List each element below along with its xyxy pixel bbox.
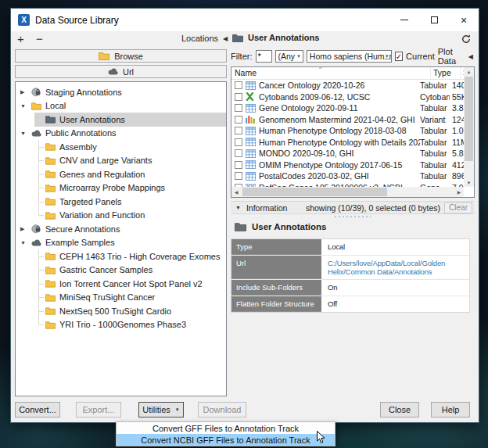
table-row[interactable]: Gene Ontology 2020-09-11Tabular3.8: [231, 102, 464, 114]
column-header-name[interactable]: Name: [231, 67, 430, 79]
column-header-type[interactable]: Type: [430, 67, 460, 79]
table-row[interactable]: Genomenom Mastermind 2021-04-02, GHIVari…: [231, 114, 464, 126]
tree-item-user-annotations[interactable]: User Annotations: [16, 113, 226, 127]
tree-item-label: Secure Annotations: [45, 224, 120, 234]
clear-button[interactable]: Clear: [444, 202, 472, 213]
tree-item-gastric-cancer-samples[interactable]: Gastric Cancer Samples: [16, 263, 226, 278]
tree-item-cnv-and-large-variants[interactable]: CNV and Large Variants: [16, 154, 226, 168]
chevron-down-icon: ▼: [385, 54, 389, 59]
row-name: Cancer Ontology 2020-10-26: [257, 81, 420, 90]
scroll-up-icon[interactable]: ▲: [464, 67, 474, 76]
add-location-button[interactable]: +: [17, 32, 24, 45]
vertical-scrollbar[interactable]: ▲ ▼: [464, 67, 474, 187]
table-row[interactable]: Human Phenotype Ontology with Details 20…: [231, 137, 464, 149]
tree-item-local[interactable]: ▼Local: [16, 99, 226, 113]
folder-icon: [45, 184, 56, 192]
row-checkbox[interactable]: [235, 138, 242, 146]
tree-item-microarray-probe-mappings[interactable]: Microarray Probe Mappings: [16, 181, 226, 195]
table-row[interactable]: OMIM Phenotype Ontology 2017-06-15Tabula…: [231, 159, 464, 171]
utilities-button[interactable]: Utilities ▼: [138, 402, 184, 418]
close-label: Close: [389, 405, 411, 414]
browse-label: Browse: [114, 52, 143, 61]
tree-item-miniseq-trusight-cancer[interactable]: MiniSeq TruSight Cancer: [16, 291, 226, 305]
table-row[interactable]: Cancer Ontology 2020-10-26Tabular140: [231, 80, 464, 91]
row-checkbox[interactable]: [235, 93, 242, 101]
folder-icon: [45, 252, 56, 260]
url-button[interactable]: Url: [15, 65, 227, 78]
genome-select[interactable]: Homo sapiens (Human), GRCh3 ▼: [307, 50, 392, 63]
expanded-arrow-icon[interactable]: ▼: [20, 103, 28, 109]
row-size: 5.8: [450, 149, 464, 158]
help-button[interactable]: Help: [431, 402, 470, 418]
row-type: Tabular: [420, 103, 450, 113]
table-row[interactable]: Cytobands 2009-06-12, UCSCCytoband55K: [231, 91, 464, 103]
folder-icon: [45, 197, 56, 206]
row-checkbox[interactable]: [235, 104, 242, 112]
filter-pattern-input[interactable]: [256, 50, 272, 63]
table-icon: [246, 81, 257, 90]
information-bar[interactable]: ▼ Information showing (10/39), 0 selecte…: [231, 201, 475, 214]
scroll-right-icon[interactable]: ▶: [454, 189, 464, 195]
row-checkbox[interactable]: [235, 161, 242, 169]
expanded-arrow-icon[interactable]: ▼: [20, 131, 28, 136]
browse-button[interactable]: Browse: [15, 49, 227, 63]
cloud-icon: [31, 239, 41, 246]
collapse-left-icon: ◀: [223, 35, 228, 42]
tree-item-ceph-1463-trio-high-coverage-exomes[interactable]: CEPH 1463 Trio - High Coverage Exomes: [16, 249, 226, 263]
row-size: 3.8: [450, 103, 464, 113]
vertical-scrollbar-thumb[interactable]: [465, 77, 473, 161]
row-checkbox[interactable]: [235, 172, 242, 180]
scroll-left-icon[interactable]: ◀: [231, 189, 241, 195]
globe-lock-icon: [31, 224, 41, 234]
tree-item-nextseq-500-trusight-cardio[interactable]: NextSeq 500 TruSight Cardio: [16, 304, 226, 318]
horizontal-scrollbar[interactable]: ◀ ▶: [231, 187, 464, 197]
tree-item-targeted-panels[interactable]: Targeted Panels: [16, 195, 226, 209]
row-checkbox[interactable]: [235, 127, 242, 134]
title-bar[interactable]: X Data Source Library ×: [11, 9, 479, 31]
close-dialog-button[interactable]: Close: [380, 402, 419, 418]
close-button[interactable]: ×: [449, 9, 479, 31]
tree-item-secure-annotations[interactable]: ▶Secure Annotations: [16, 222, 226, 236]
table-row[interactable]: PostalCodes 2020-03-02, GHITabular896: [231, 170, 464, 182]
splitter-handle[interactable]: [335, 215, 371, 217]
tree-item-assembly[interactable]: Assembly: [16, 140, 226, 154]
locations-collapse[interactable]: Locations ◀: [181, 34, 228, 43]
collapsed-arrow-icon[interactable]: ▶: [20, 226, 28, 232]
row-checkbox[interactable]: [235, 81, 242, 89]
table-row[interactable]: Human Phenotype Ontology 2018-03-08Tabul…: [231, 125, 464, 137]
data-source-library-window: X Data Source Library × + − Locations ◀ …: [10, 8, 479, 423]
tree-item-example-samples[interactable]: ▼Example Samples: [16, 236, 226, 250]
locations-panel: Browse Url ▶Staging Annotations▼LocalUse…: [15, 49, 227, 396]
tree-item-label: MiniSeq TruSight Cancer: [59, 292, 155, 302]
row-checkbox[interactable]: [235, 116, 242, 124]
tree-item-ion-torrent-cancer-hot-spot-panel-v2[interactable]: Ion Torrent Cancer Hot Spot Panel v2: [16, 277, 226, 291]
current-checkbox[interactable]: ✓: [395, 52, 403, 61]
horizontal-scrollbar-thumb[interactable]: [242, 188, 387, 196]
menu-item-convert-gff-files-to-annotation-track[interactable]: Convert GFF Files to Annotation Track: [117, 422, 335, 434]
scroll-down-icon[interactable]: ▼: [464, 178, 474, 187]
plot-data-collapse[interactable]: Plot Data ◀: [438, 47, 475, 66]
remove-location-button[interactable]: −: [36, 32, 43, 45]
folder-icon: [45, 279, 56, 288]
table-icon: [246, 127, 257, 135]
type-filter-select[interactable]: (Any ▼: [275, 50, 303, 63]
tree-item-yri-trio-1000genomes-phase3[interactable]: YRI Trio - 1000Genomes Phase3: [16, 318, 226, 332]
folder-dark-icon: [45, 115, 56, 124]
expanded-arrow-icon[interactable]: ▼: [20, 240, 28, 246]
property-value-link[interactable]: C:/Users/love/AppData/Local/Golden Helix…: [321, 256, 469, 279]
refresh-button[interactable]: [461, 34, 472, 45]
tree-item-variation-and-function[interactable]: Variation and Function: [16, 209, 226, 223]
folder-icon: [45, 266, 56, 274]
convert-button[interactable]: Convert...: [15, 402, 60, 418]
property-row: UrlC:/Users/love/AppData/Local/Golden He…: [231, 256, 469, 280]
row-checkbox[interactable]: [235, 149, 242, 157]
tree-item-staging-annotations[interactable]: ▶Staging Annotations: [16, 85, 226, 99]
tree-item-public-annotations[interactable]: ▼Public Annotations: [16, 127, 226, 141]
minimize-button[interactable]: [389, 9, 419, 31]
collapsed-arrow-icon[interactable]: ▶: [20, 89, 28, 95]
folder-icon: [45, 156, 56, 165]
table-row[interactable]: MONDO 2020-09-10, GHITabular5.8: [231, 148, 464, 159]
tree-item-genes-and-regulation[interactable]: Genes and Regulation: [16, 167, 226, 181]
menu-item-convert-ncbi-gff-files-to-annotation-track[interactable]: Convert NCBI GFF Files to Annotation Tra…: [117, 434, 335, 446]
maximize-button[interactable]: [419, 9, 449, 31]
